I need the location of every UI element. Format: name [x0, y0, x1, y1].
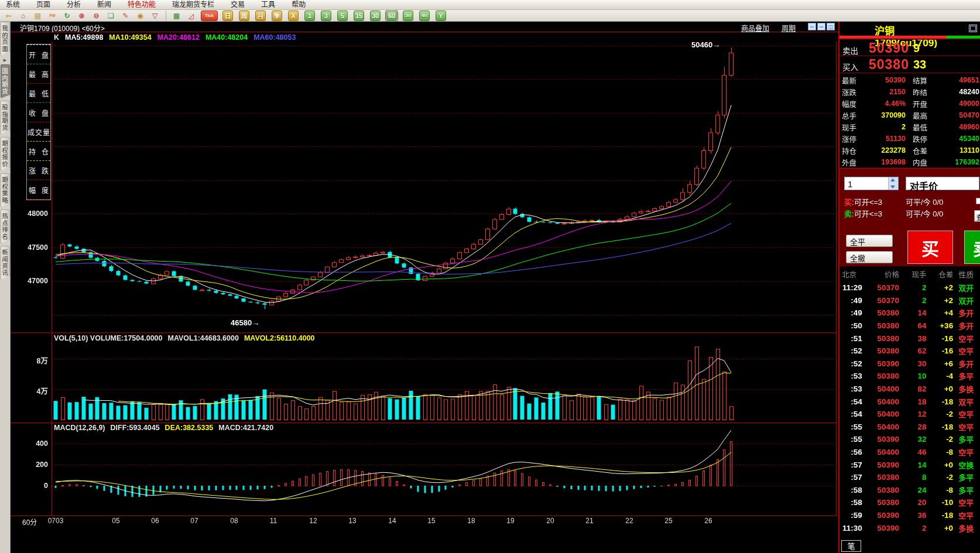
tick-time: :49: [839, 296, 862, 305]
spinner-down-icon[interactable]: [890, 186, 895, 188]
ask-row[interactable]: 卖出 50390 9: [839, 39, 980, 56]
pane-next-icon[interactable]: ⇨: [817, 23, 825, 30]
sidebar-tab-news-info[interactable]: 新闻资讯: [1, 246, 10, 280]
tick-oi-change: +0: [927, 524, 954, 533]
quantity-stepper[interactable]: 1: [844, 177, 899, 190]
spinner-up-icon[interactable]: [890, 178, 895, 181]
period-link[interactable]: 周期: [782, 23, 796, 33]
tick-qty: 28: [899, 423, 927, 431]
tab-tick-detail[interactable]: 笔: [841, 540, 861, 552]
tick-price: 50370: [862, 283, 899, 292]
zoom-out-icon[interactable]: ⊖: [91, 11, 101, 20]
back-icon[interactable]: ⇦: [4, 11, 13, 20]
stat-change-label: 涨跌: [842, 87, 868, 98]
maximize-icon[interactable]: [969, 25, 977, 32]
stat-high-label: 最高: [913, 110, 940, 121]
kline-chart-icon[interactable]: ◿: [186, 11, 196, 20]
sidebar-tab-stock-index-futures[interactable]: 股指期货: [1, 101, 10, 135]
period-custom-button[interactable]: X: [288, 11, 299, 21]
menu-item-features[interactable]: 特色功能: [128, 0, 156, 9]
tick-time: :54: [839, 397, 862, 406]
alert-bell-icon[interactable]: ◉: [135, 11, 145, 20]
stat-high-value: 50470: [940, 111, 979, 119]
period-day-button[interactable]: 日: [222, 11, 233, 21]
tick-time: :51: [839, 334, 862, 343]
period-60min-button[interactable]: 60: [386, 11, 397, 21]
tick-oi-change: +36: [927, 321, 954, 330]
tick-row: :565040046-8空平: [839, 446, 980, 459]
buy-button[interactable]: 买: [907, 231, 953, 264]
quote-table-icon[interactable]: ▦: [172, 11, 181, 20]
period-quarter-button[interactable]: 季: [272, 11, 282, 21]
menu-item-tools[interactable]: 工具: [261, 0, 275, 9]
tick-qty: 12: [899, 410, 927, 418]
pane-split-icon[interactable]: ◫: [827, 23, 835, 30]
price-mode-field[interactable]: 对手价: [906, 177, 979, 190]
sidebar-tab-hot-ranking[interactable]: 热点排名: [1, 209, 10, 243]
period-year-button[interactable]: Y: [436, 11, 446, 21]
tick-type: 空平: [958, 345, 980, 356]
period-tick-button[interactable]: Tick: [201, 11, 218, 21]
period-month-button[interactable]: 月: [255, 11, 266, 21]
tick-row: :545040012-2空平: [839, 408, 980, 421]
price-chart-canvas[interactable]: [11, 32, 837, 553]
filter-funnel-icon[interactable]: ▽: [150, 11, 160, 20]
tick-type: 双开: [958, 295, 980, 306]
home-icon[interactable]: ⌂: [18, 11, 28, 20]
period-week-button[interactable]: 周: [239, 11, 249, 21]
menu-item-analysis[interactable]: 分析: [67, 0, 81, 9]
sidebar-tab-my-pages[interactable]: 我的页面: [1, 22, 10, 56]
tick-header-cell: 北京: [839, 269, 862, 280]
tick-type: 空平: [958, 333, 980, 344]
overlay-windows-icon[interactable]: ❏: [106, 11, 116, 20]
spinner[interactable]: [888, 177, 898, 190]
period-2hr-button[interactable]: 2hr: [403, 11, 413, 21]
toolbar-separator: [166, 11, 166, 20]
draw-line-icon[interactable]: ✎: [121, 11, 131, 20]
tick-oi-change: -18: [927, 423, 954, 431]
menu-item-system[interactable]: 系统: [6, 0, 20, 9]
bid-row[interactable]: 买入 50380 33: [839, 56, 980, 73]
stat-row: 涨跌2150昨结48240: [839, 86, 980, 98]
stat-limit-up-label: 涨停: [842, 133, 868, 145]
period-5min-button[interactable]: 5: [337, 11, 348, 21]
tick-header-cell: 现手: [899, 269, 927, 280]
period-30min-button[interactable]: 30: [370, 11, 381, 21]
close-all-button[interactable]: 全平: [846, 235, 893, 247]
tick-time: :53: [839, 384, 862, 393]
symbol-overlay-link[interactable]: 商品叠加: [741, 23, 769, 33]
tick-qty: 32: [899, 435, 927, 444]
menu-item-news[interactable]: 新闻: [97, 0, 111, 9]
bid-price: 50380: [869, 57, 909, 73]
news-list-icon[interactable]: ▤: [33, 11, 43, 20]
stat-open-interest-value: 223278: [868, 146, 906, 154]
tick-price: 50390: [862, 524, 899, 533]
sell-button[interactable]: 卖: [964, 231, 980, 264]
order-checkbox[interactable]: [976, 198, 980, 204]
period-15min-button[interactable]: 15: [354, 11, 364, 21]
period-1min-button[interactable]: 1: [304, 11, 315, 21]
menu-item-broker-column[interactable]: 瑞龙期货专栏: [172, 0, 214, 9]
menu-item-page[interactable]: 页面: [36, 0, 50, 9]
query-button[interactable]: 查: [974, 210, 980, 222]
sidebar-tab-options-strategy[interactable]: 期权策略: [1, 173, 10, 207]
cancel-all-button[interactable]: 全撤: [846, 251, 893, 263]
zoom-in-icon[interactable]: ⊕: [77, 11, 87, 20]
tab-expand-arrow-icon[interactable]: ▶: [0, 58, 10, 63]
period-4hr-button[interactable]: 4hr: [419, 11, 430, 21]
sidebar-tab-options-quotes[interactable]: 期权报价: [1, 137, 10, 171]
menu-item-trade[interactable]: 交易: [231, 0, 245, 9]
stat-total-volume-label: 总手: [842, 110, 868, 121]
tick-price: 50390: [862, 511, 899, 520]
menu-item-help[interactable]: 帮助: [292, 0, 306, 9]
tick-qty: 20: [899, 498, 927, 507]
pane-prev-icon[interactable]: ⇦: [808, 23, 816, 30]
tick-price: 50380: [862, 486, 899, 494]
tick-time: :52: [839, 359, 862, 368]
stat-row: 总手370090最高50470: [839, 109, 980, 121]
refresh-icon[interactable]: ↻: [62, 11, 72, 20]
sidebar-tab-domestic-futures[interactable]: 国内期货: [1, 64, 10, 98]
fw-info-icon[interactable]: FW: [47, 11, 57, 20]
period-3min-button[interactable]: 3: [321, 11, 331, 21]
tick-qty: 62: [899, 346, 927, 355]
